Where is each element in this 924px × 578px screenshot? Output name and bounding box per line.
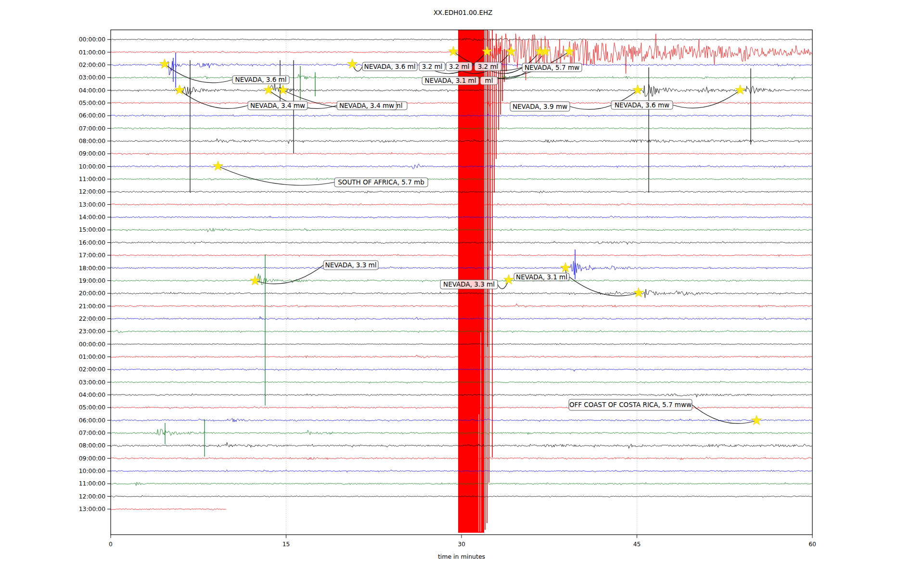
- event-star: [347, 59, 358, 68]
- y-axis-label: 10:00:00: [79, 163, 105, 170]
- event-label-text: NEVADA, 3.9 mw: [513, 103, 567, 110]
- y-axis-label: 10:00:00: [79, 468, 105, 474]
- event-label-text: NEVADA, 3.6 mw: [615, 101, 669, 109]
- y-axis-label: 07:00:00: [79, 125, 105, 132]
- x-axis-tick-label: 60: [808, 541, 816, 548]
- y-axis-label: 18:00:00: [79, 265, 105, 272]
- y-axis-label: 01:00:00: [79, 49, 105, 56]
- event-label-text: NEVADA, 3.1 ml: [425, 77, 476, 84]
- y-axis-label: 11:00:00: [79, 176, 105, 183]
- event-label: NEVADA, 3.9 mw: [510, 102, 570, 111]
- event-star: [561, 263, 571, 272]
- event-label: OFF COAST OF COSTA RICA, 5.7 mww: [569, 399, 692, 410]
- event-label: NEVADA, 3.6 mw: [611, 101, 673, 109]
- y-axis-label: 22:00:00: [79, 315, 105, 322]
- y-axis-label: 01:00:00: [79, 354, 105, 360]
- event-label-text: NEVADA, 3.4 mw: [339, 102, 394, 109]
- event-label: NEVADA, 3.6 ml: [362, 62, 417, 71]
- event-label: NEVADA, 3.4 mw: [337, 101, 397, 110]
- event-label-text: NEVADA, 3.6 ml: [235, 76, 287, 83]
- event-label-text: 3.2 ml: [422, 63, 443, 70]
- y-axis-label: 06:00:00: [79, 112, 105, 119]
- y-axis-label: 06:00:00: [79, 417, 105, 424]
- y-axis-label: 08:00:00: [79, 138, 105, 144]
- event-label: NEVADA, 3.1 ml: [422, 77, 479, 85]
- waveform-trace-row-37: [111, 509, 226, 510]
- event-label: SOUTH OF AFRICA, 5.7 mb: [334, 178, 428, 187]
- event-label-text: 3.2 ml: [449, 63, 470, 70]
- event-leader: [180, 90, 248, 108]
- event-label: 3.2 ml: [419, 62, 445, 71]
- helicorder-plot: 3.2 ml3.2 ml3.2 mlNEVADA, 3.6 mlmlNEVADA…: [0, 0, 924, 578]
- event-label-text: NEVADA, 3.1 ml: [516, 273, 567, 281]
- y-axis-label: 12:00:00: [79, 188, 105, 195]
- event-label: NEVADA, 5.7 mw: [522, 63, 582, 72]
- x-axis-tick-label: 45: [633, 541, 641, 548]
- y-axis-label: 14:00:00: [79, 214, 105, 221]
- event-label: NEVADA, 3.1 ml: [514, 273, 569, 281]
- event-label: 3.2 ml: [446, 62, 472, 71]
- event-star: [634, 288, 644, 297]
- y-axis-label: 04:00:00: [79, 87, 105, 94]
- event-label-text: NEVADA, 5.7 mw: [525, 64, 579, 71]
- event-label-text: NEVADA, 3.6 ml: [364, 63, 416, 70]
- y-axis-label: 17:00:00: [79, 252, 105, 259]
- event-star: [213, 161, 223, 171]
- event-label: NEVADA, 3.3 ml: [323, 261, 378, 270]
- y-axis-label: 05:00:00: [79, 404, 105, 411]
- y-axis-label: 20:00:00: [79, 290, 105, 297]
- event-label: NEVADA, 3.3 ml: [440, 280, 498, 289]
- y-axis-label: 15:00:00: [79, 226, 105, 233]
- event-leader: [165, 64, 232, 83]
- event-label-text: NEVADA, 3.3 ml: [325, 261, 377, 269]
- y-axis-label: 07:00:00: [79, 430, 105, 436]
- y-axis-label: 12:00:00: [79, 493, 105, 500]
- event-label-text: SOUTH OF AFRICA, 5.7 mb: [338, 178, 424, 186]
- y-axis-label: 09:00:00: [79, 455, 105, 462]
- y-axis-label: 13:00:00: [79, 201, 105, 208]
- event-star: [250, 276, 260, 285]
- x-axis-tick-label: 15: [282, 541, 290, 548]
- y-axis-label: 03:00:00: [79, 74, 105, 81]
- y-axis-label: 00:00:00: [79, 341, 105, 348]
- event-label: NEVADA, 3.4 mw: [248, 101, 308, 110]
- y-axis-label: 13:00:00: [79, 506, 105, 512]
- event-label-text: 3.2 ml: [478, 63, 499, 70]
- y-axis-label: 02:00:00: [79, 366, 105, 373]
- event-label: 3.2 ml: [475, 62, 501, 71]
- y-axis-label: 04:00:00: [79, 392, 105, 398]
- event-leader: [218, 166, 334, 185]
- event-label: NEVADA, 3.6 ml: [232, 76, 289, 84]
- event-label-text: OFF COAST OF COSTA RICA, 5.7 mww: [569, 401, 692, 408]
- y-axis-label: 16:00:00: [79, 239, 105, 246]
- y-axis-label: 19:00:00: [79, 277, 105, 284]
- y-axis-label: 05:00:00: [79, 100, 105, 106]
- event-leader: [692, 405, 757, 424]
- y-axis-label: 11:00:00: [79, 480, 105, 487]
- event-label-text: ml: [485, 77, 493, 84]
- x-axis-tick-label: 0: [109, 541, 113, 548]
- helicorder-window: XX.EDH01.00.EHZ 3.2 ml3.2 ml3.2 mlNEVADA…: [0, 0, 924, 578]
- y-axis-label: 23:00:00: [79, 328, 105, 335]
- event-label-text: NEVADA, 3.4 mw: [250, 102, 305, 109]
- y-axis-label: 21:00:00: [79, 303, 105, 310]
- y-axis-label: 03:00:00: [79, 379, 105, 386]
- event-star: [506, 46, 516, 56]
- y-axis-label: 02:00:00: [79, 62, 105, 68]
- y-axis-label: 00:00:00: [79, 36, 105, 43]
- event-label: ml: [480, 77, 498, 85]
- y-axis-label: 09:00:00: [79, 150, 105, 157]
- event-star: [278, 85, 288, 94]
- event-label-text: NEVADA, 3.3 ml: [443, 280, 495, 288]
- y-axis-label: 08:00:00: [79, 442, 105, 449]
- event-leader: [673, 90, 740, 108]
- event-star: [752, 415, 762, 425]
- x-axis-label: time in minutes: [365, 553, 558, 560]
- event-star: [504, 275, 514, 284]
- x-axis-tick-label: 30: [458, 541, 465, 548]
